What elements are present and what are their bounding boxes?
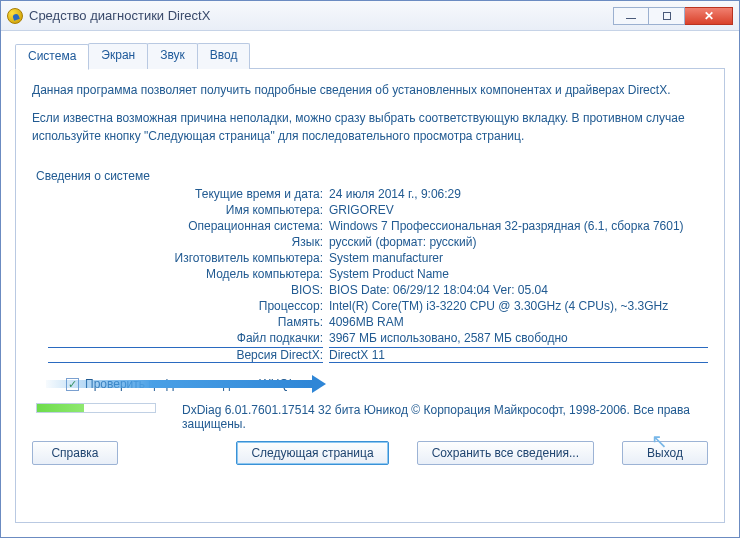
whql-check-row[interactable]: ✓ Проверить цифровые подписи WHQL: [66, 377, 708, 391]
tab-input[interactable]: Ввод: [197, 43, 251, 69]
tab-sound[interactable]: Звук: [147, 43, 198, 69]
tab-display[interactable]: Экран: [88, 43, 148, 69]
value-lang: русский (формат: русский): [329, 235, 708, 249]
exit-button[interactable]: Выход: [622, 441, 708, 465]
tabstrip: Система Экран Звук Ввод: [15, 43, 725, 69]
window-controls: ✕: [613, 7, 733, 25]
system-info-label: Сведения о системе: [36, 169, 708, 183]
window-title: Средство диагностики DirectX: [29, 8, 210, 23]
help-button[interactable]: Справка: [32, 441, 118, 465]
value-pcname: GRIGOREV: [329, 203, 708, 217]
tab-panel-system: Данная программа позволяет получить подр…: [15, 68, 725, 523]
label-bios: BIOS:: [48, 283, 323, 297]
label-dxver: Версия DirectX:: [48, 347, 323, 363]
next-page-button[interactable]: Следующая страница: [236, 441, 388, 465]
value-bios: BIOS Date: 06/29/12 18:04:04 Ver: 05.04: [329, 283, 708, 297]
maximize-button[interactable]: [649, 7, 685, 25]
titlebar[interactable]: Средство диагностики DirectX ✕: [1, 1, 739, 31]
close-button[interactable]: ✕: [685, 7, 733, 25]
intro-paragraph-1: Данная программа позволяет получить подр…: [32, 81, 708, 99]
system-info-grid: Текущие время и дата: 24 июля 2014 г., 9…: [48, 187, 708, 363]
label-pagefile: Файл подкачки:: [48, 331, 323, 345]
whql-checkbox[interactable]: ✓: [66, 378, 79, 391]
value-model: System Product Name: [329, 267, 708, 281]
value-mfr: System manufacturer: [329, 251, 708, 265]
value-ram: 4096MB RAM: [329, 315, 708, 329]
label-mfr: Изготовитель компьютера:: [48, 251, 323, 265]
intro-text: Данная программа позволяет получить подр…: [32, 81, 708, 155]
value-cpu: Intel(R) Core(TM) i3-3220 CPU @ 3.30GHz …: [329, 299, 708, 313]
whql-label: Проверить цифровые подписи WHQL: [85, 377, 295, 391]
window-body: Система Экран Звук Ввод Данная программа…: [1, 31, 739, 537]
button-row: Справка Следующая страница Сохранить все…: [32, 441, 708, 465]
label-datetime: Текущие время и дата:: [48, 187, 323, 201]
value-dxver: DirectX 11: [329, 347, 708, 363]
value-datetime: 24 июля 2014 г., 9:06:29: [329, 187, 708, 201]
label-pcname: Имя компьютера:: [48, 203, 323, 217]
minimize-button[interactable]: [613, 7, 649, 25]
label-ram: Память:: [48, 315, 323, 329]
label-os: Операционная система:: [48, 219, 323, 233]
label-cpu: Процессор:: [48, 299, 323, 313]
dxdiag-window: Средство диагностики DirectX ✕ Система Э…: [0, 0, 740, 538]
label-model: Модель компьютера:: [48, 267, 323, 281]
value-os: Windows 7 Профессиональная 32-разрядная …: [329, 219, 708, 233]
save-all-button[interactable]: Сохранить все сведения...: [417, 441, 594, 465]
progress-bar: [36, 403, 156, 413]
label-lang: Язык:: [48, 235, 323, 249]
tab-system[interactable]: Система: [15, 44, 89, 70]
intro-paragraph-2: Если известна возможная причина неполадк…: [32, 109, 708, 145]
dxdiag-icon: [7, 8, 23, 24]
value-pagefile: 3967 МБ использовано, 2587 МБ свободно: [329, 331, 708, 345]
